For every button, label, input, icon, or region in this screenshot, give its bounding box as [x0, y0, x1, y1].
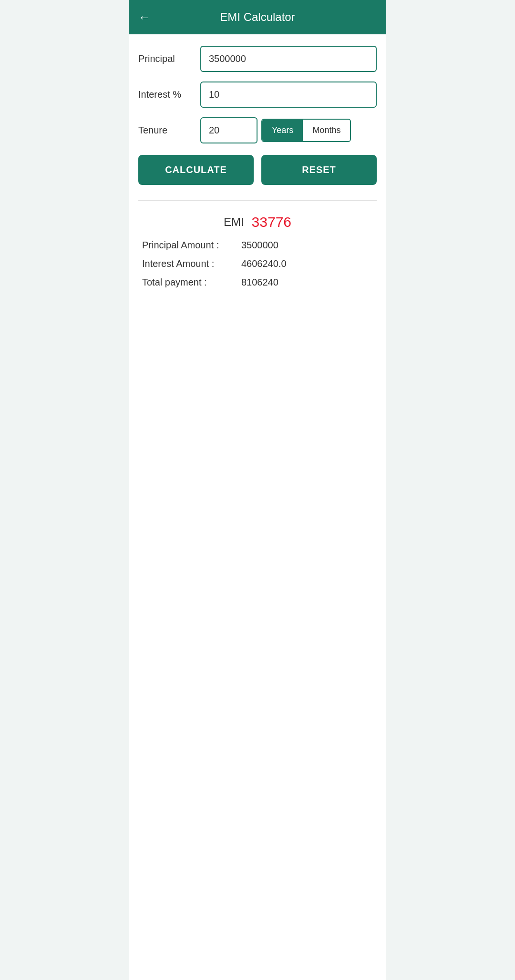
reset-button[interactable]: RESET: [261, 155, 377, 185]
total-payment-value: 8106240: [241, 277, 278, 288]
principal-label: Principal: [138, 53, 200, 64]
tenure-input[interactable]: [200, 117, 258, 143]
principal-amount-value: 3500000: [241, 240, 278, 251]
app-header: ← EMI Calculator: [129, 0, 386, 34]
tenure-toggle-group: Years Months: [261, 119, 351, 142]
tenure-row: Tenure Years Months: [138, 117, 377, 143]
principal-input[interactable]: [200, 46, 377, 72]
interest-row: Interest %: [138, 82, 377, 108]
action-buttons: CALCULATE RESET: [138, 155, 377, 185]
emi-label: EMI: [224, 215, 244, 229]
tenure-label: Tenure: [138, 125, 200, 136]
months-toggle-button[interactable]: Months: [303, 120, 350, 141]
principal-amount-label: Principal Amount :: [142, 240, 237, 251]
page-title: EMI Calculator: [220, 10, 295, 24]
total-payment-row: Total payment : 8106240: [142, 277, 373, 288]
results-section: EMI 33776 Principal Amount : 3500000 Int…: [138, 214, 377, 288]
interest-amount-label: Interest Amount :: [142, 258, 237, 269]
interest-input[interactable]: [200, 82, 377, 108]
calculate-button[interactable]: CALCULATE: [138, 155, 254, 185]
principal-row: Principal: [138, 46, 377, 72]
interest-amount-row: Interest Amount : 4606240.0: [142, 258, 373, 269]
emi-value: 33776: [252, 214, 291, 230]
main-content: Principal Interest % Tenure Years Months…: [129, 34, 386, 980]
tenure-controls: Years Months: [200, 117, 351, 143]
back-button[interactable]: ←: [138, 10, 151, 25]
emi-result-row: EMI 33776: [142, 214, 373, 230]
years-toggle-button[interactable]: Years: [262, 120, 303, 141]
interest-amount-value: 4606240.0: [241, 258, 287, 269]
total-payment-label: Total payment :: [142, 277, 237, 288]
section-divider: [138, 200, 377, 201]
principal-amount-row: Principal Amount : 3500000: [142, 240, 373, 251]
interest-label: Interest %: [138, 89, 200, 100]
input-form: Principal Interest % Tenure Years Months: [138, 46, 377, 143]
